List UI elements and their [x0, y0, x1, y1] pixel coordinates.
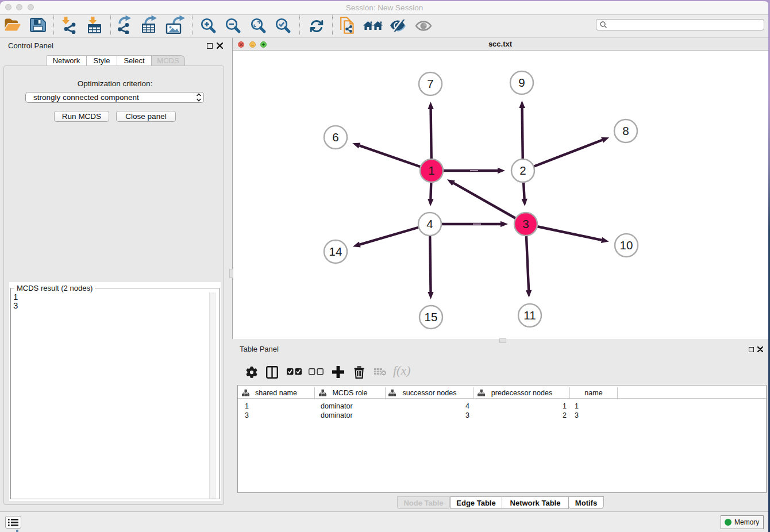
svg-text:14: 14	[329, 245, 342, 258]
svg-text:9: 9	[518, 76, 525, 89]
svg-text:7: 7	[427, 77, 433, 90]
svg-text:8: 8	[622, 124, 629, 137]
svg-text:1: 1	[428, 164, 434, 177]
svg-text:6: 6	[332, 130, 338, 144]
svg-text:10: 10	[620, 238, 633, 252]
svg-text:3: 3	[522, 217, 529, 230]
svg-text:11: 11	[523, 309, 536, 322]
svg-text:4: 4	[426, 217, 433, 230]
svg-text:15: 15	[425, 310, 438, 323]
svg-text:2: 2	[519, 164, 526, 177]
